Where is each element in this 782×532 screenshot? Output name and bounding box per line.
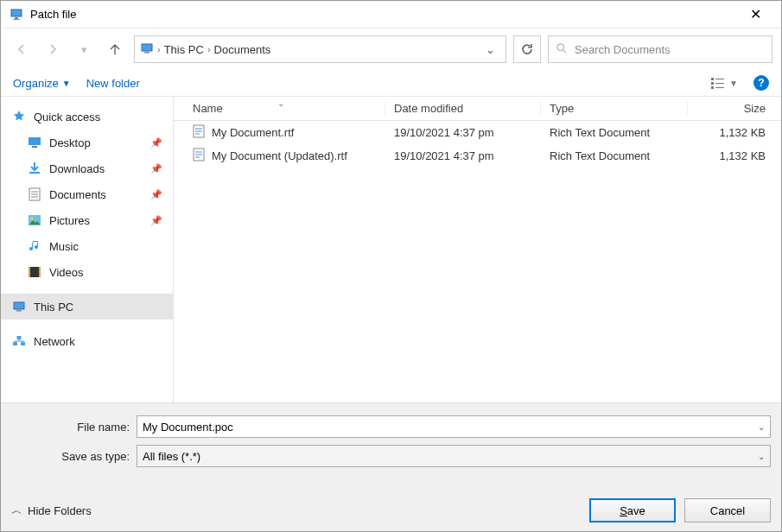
title-bar: Patch file ✕: [1, 1, 781, 28]
help-button[interactable]: ?: [753, 75, 769, 91]
chevron-down-icon: ▼: [729, 79, 738, 88]
sidebar-item-desktop[interactable]: Desktop 📌: [1, 130, 173, 155]
file-size: 1,132 KB: [720, 126, 766, 139]
breadcrumb[interactable]: › This PC › Documents ⌄: [134, 35, 506, 63]
documents-icon: [27, 187, 42, 202]
pc-icon: [140, 41, 154, 58]
sort-indicator-icon: ⌄: [277, 98, 284, 108]
file-size: 1,132 KB: [720, 149, 766, 162]
address-bar-row: ▾ › This PC › Documents ⌄ Search Documen…: [1, 28, 781, 70]
saveas-select[interactable]: All files (*.*) ⌄: [137, 445, 771, 467]
toolbar: Organize ▼ New folder ▼ ?: [1, 70, 781, 97]
chevron-up-icon: ︿: [11, 503, 22, 518]
saveas-row: Save as type: All files (*.*) ⌄: [11, 445, 771, 467]
search-icon: [556, 42, 568, 57]
filename-input[interactable]: My Document.poc ⌄: [137, 415, 771, 438]
svg-point-5: [557, 43, 564, 50]
file-rows: My Document.rtf 19/10/2021 4:37 pm Rich …: [174, 121, 781, 402]
chevron-down-icon: ▼: [62, 79, 71, 88]
svg-rect-7: [711, 78, 714, 80]
breadcrumb-part[interactable]: This PC: [164, 43, 204, 56]
pc-icon: [11, 299, 27, 314]
sidebar-item-label: Music: [49, 240, 79, 253]
organize-menu[interactable]: Organize ▼: [13, 77, 71, 90]
pin-icon: 📌: [150, 189, 162, 200]
file-name: My Document.rtf: [212, 126, 294, 139]
file-icon: [193, 124, 205, 141]
footer: File name: My Document.poc ⌄ Save as typ…: [1, 402, 781, 531]
svg-rect-25: [16, 310, 22, 312]
sidebar-item-pictures[interactable]: Pictures 📌: [1, 207, 173, 233]
sidebar-item-downloads[interactable]: Downloads 📌: [1, 155, 173, 181]
hide-folders-label: Hide Folders: [28, 504, 92, 517]
svg-rect-8: [711, 82, 714, 85]
sidebar-item-label: Desktop: [49, 136, 91, 149]
svg-rect-21: [29, 267, 41, 277]
svg-rect-1: [15, 17, 18, 19]
file-icon: [193, 148, 205, 164]
app-icon: [10, 8, 23, 22]
file-list-pane: ⌄ Name Date modified Type Size My Docume…: [174, 97, 781, 402]
column-headers: Name Date modified Type Size: [174, 97, 781, 121]
recent-locations-button[interactable]: ▾: [72, 37, 96, 61]
pictures-icon: [27, 212, 42, 228]
svg-rect-26: [13, 342, 17, 345]
breadcrumb-dropdown[interactable]: ⌄: [480, 43, 500, 56]
column-type[interactable]: Type: [541, 102, 688, 115]
main-area: Quick access Desktop 📌 Downloads 📌 Docum…: [1, 97, 781, 402]
save-button[interactable]: Save: [589, 498, 676, 522]
svg-rect-2: [13, 19, 20, 20]
filename-value: My Document.poc: [143, 421, 753, 434]
svg-rect-3: [142, 44, 152, 51]
organize-label: Organize: [13, 77, 59, 90]
svg-line-6: [563, 49, 567, 53]
view-options-button[interactable]: ▼: [710, 76, 738, 90]
forward-button[interactable]: [41, 37, 65, 61]
file-date: 19/10/2021 4:37 pm: [394, 149, 494, 162]
sidebar-item-label: Documents: [49, 188, 106, 201]
file-row[interactable]: My Document.rtf 19/10/2021 4:37 pm Rich …: [174, 121, 781, 144]
sidebar-item-videos[interactable]: Videos: [1, 259, 173, 285]
saveas-label: Save as type:: [11, 450, 137, 463]
file-row[interactable]: My Document (Updated).rtf 19/10/2021 4:3…: [174, 144, 781, 168]
svg-rect-24: [14, 302, 24, 309]
sidebar-item-this-pc[interactable]: This PC: [1, 294, 173, 320]
column-date[interactable]: Date modified: [385, 102, 541, 115]
search-input[interactable]: Search Documents: [548, 35, 772, 63]
up-button[interactable]: [103, 37, 127, 61]
button-row: ︿ Hide Folders Save Cancel: [11, 474, 771, 522]
back-button[interactable]: [10, 37, 34, 61]
sidebar-item-label: Network: [34, 335, 75, 348]
search-placeholder: Search Documents: [575, 43, 671, 56]
cancel-label: Cancel: [710, 504, 745, 517]
breadcrumb-part[interactable]: Documents: [214, 43, 271, 56]
cancel-button[interactable]: Cancel: [684, 498, 771, 522]
sidebar-item-music[interactable]: Music: [1, 233, 173, 259]
close-button[interactable]: ✕: [738, 6, 772, 22]
filename-label: File name:: [11, 421, 137, 434]
sidebar-item-quick-access[interactable]: Quick access: [1, 104, 173, 130]
sidebar-item-label: Downloads: [49, 162, 105, 175]
sidebar-item-label: Videos: [49, 266, 84, 279]
svg-rect-22: [29, 267, 30, 277]
file-type: Rich Text Document: [550, 149, 650, 162]
file-name: My Document (Updated).rtf: [212, 149, 347, 162]
music-icon: [27, 238, 42, 254]
refresh-button[interactable]: [513, 35, 541, 63]
sidebar-item-label: This PC: [34, 301, 73, 314]
new-folder-button[interactable]: New folder: [86, 77, 140, 90]
column-size[interactable]: Size: [688, 102, 774, 115]
sidebar-item-documents[interactable]: Documents 📌: [1, 181, 173, 207]
saveas-value: All files (*.*): [143, 450, 753, 463]
sidebar-item-label: Pictures: [49, 214, 90, 227]
pin-icon: 📌: [150, 215, 162, 226]
chevron-down-icon[interactable]: ⌄: [758, 452, 765, 461]
navigation-pane: Quick access Desktop 📌 Downloads 📌 Docum…: [1, 97, 174, 402]
sidebar-item-network[interactable]: Network: [1, 328, 173, 354]
column-label: Type: [550, 102, 574, 115]
chevron-down-icon[interactable]: ⌄: [758, 422, 765, 432]
svg-rect-28: [17, 336, 22, 339]
pin-icon: 📌: [150, 163, 162, 174]
hide-folders-button[interactable]: ︿ Hide Folders: [11, 503, 92, 518]
window-title: Patch file: [30, 8, 738, 21]
